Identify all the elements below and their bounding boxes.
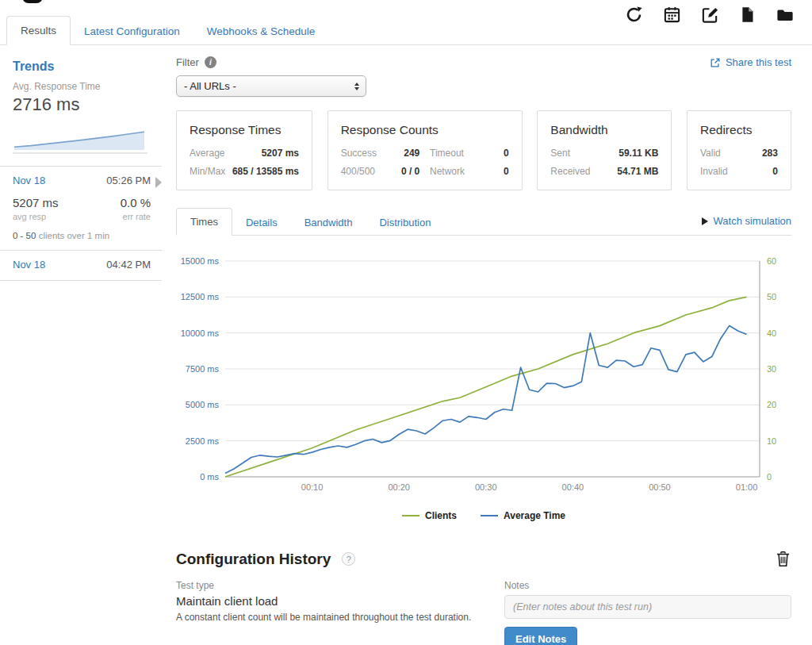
card-bandwidth: Bandwidth Sent 59.11 KB Received 54.71 M…: [537, 110, 672, 190]
svg-text:0: 0: [767, 472, 772, 482]
run-err-rate-caption: err rate: [121, 212, 151, 221]
card-title: Redirects: [700, 123, 778, 137]
edit-icon[interactable]: [701, 6, 719, 24]
card-title: Response Times: [190, 123, 299, 137]
stat-label: Received: [550, 166, 590, 177]
svg-text:50: 50: [767, 292, 776, 301]
run-clients-summary: 0 - 50 clients over 1 min: [13, 231, 151, 240]
url-filter-selected-value: - All URLs -: [184, 80, 236, 92]
refresh-icon[interactable]: [625, 6, 643, 24]
select-stepper-icon: [354, 83, 359, 90]
notes-input[interactable]: [504, 595, 791, 619]
stat-label: Average: [190, 148, 224, 159]
run-date: Nov 18: [13, 259, 45, 271]
stat-label: 400/500: [341, 166, 375, 177]
chart-legend: Clients Average Time: [176, 510, 791, 521]
svg-text:00:10: 00:10: [301, 482, 324, 492]
stat-label: Timeout: [430, 148, 464, 159]
stat-value: 0: [772, 166, 778, 177]
watch-simulation-link[interactable]: Watch simulation: [702, 215, 792, 227]
play-icon: [702, 217, 708, 225]
share-icon: [710, 57, 721, 68]
share-test-link[interactable]: Share this test: [710, 56, 791, 68]
chart-tab-times[interactable]: Times: [176, 208, 232, 236]
svg-text:00:50: 00:50: [649, 482, 671, 492]
legend-swatch-average-time: [481, 515, 498, 516]
svg-text:40: 40: [767, 328, 776, 338]
toolbar-icons: [625, 6, 795, 24]
run-date: Nov 18: [13, 175, 45, 186]
chart-tab-details[interactable]: Details: [232, 209, 291, 236]
url-filter-select[interactable]: - All URLs -: [176, 75, 366, 97]
run-err-rate-value: 0.0 %: [121, 196, 151, 209]
svg-text:10000 ms: 10000 ms: [181, 328, 220, 338]
stat-label: Valid: [700, 148, 721, 159]
stat-value: 59.11 KB: [619, 148, 658, 159]
run-time: 05:26 PM: [106, 175, 151, 186]
results-main: Filter Share this test - All URLs - Resp…: [162, 45, 812, 645]
tab-latest-configuration[interactable]: Latest Configuration: [71, 17, 193, 45]
card-title: Bandwidth: [550, 123, 658, 137]
run-time: 04:42 PM: [106, 259, 151, 271]
svg-text:20: 20: [767, 400, 776, 409]
card-response-counts: Response Counts Success 249 Timeout 0 40…: [327, 110, 523, 190]
test-type-label: Test type: [176, 580, 490, 591]
stat-value: 0: [504, 166, 509, 177]
svg-text:30: 30: [767, 364, 776, 374]
summary-cards: Response Times Average 5207 ms Min/Max 6…: [176, 110, 791, 190]
run-avg-resp-caption: avg resp: [13, 212, 59, 221]
stat-label: Sent: [550, 148, 570, 159]
run-entry[interactable]: Nov 18 04:42 PM: [0, 251, 162, 281]
tab-results[interactable]: Results: [6, 16, 71, 45]
document-icon[interactable]: [739, 6, 756, 24]
cropped-page-title-fragment: [22, 0, 43, 3]
trends-title: Trends: [13, 60, 151, 74]
stat-label: Invalid: [700, 166, 728, 177]
legend-swatch-clients: [402, 515, 419, 516]
filter-label: Filter: [176, 56, 216, 68]
chart-tab-bandwidth[interactable]: Bandwidth: [291, 209, 366, 236]
run-entry-selected[interactable]: Nov 18 05:26 PM 5207 ms avg resp 0.0 % e…: [0, 167, 162, 251]
chart-tab-distribution[interactable]: Distribution: [366, 209, 444, 236]
test-type-description: A constant client count will be maintain…: [176, 611, 485, 624]
svg-text:7500 ms: 7500 ms: [186, 364, 220, 374]
tab-webhooks-schedule[interactable]: Webhooks & Schedule: [193, 17, 328, 45]
notes-label: Notes: [504, 580, 791, 591]
stat-value: 5207 ms: [262, 148, 299, 159]
avg-response-time-label: Avg. Response Time: [13, 81, 151, 92]
response-time-chart: 0 ms2500 ms5000 ms7500 ms10000 ms12500 m…: [176, 242, 791, 504]
help-icon[interactable]: [342, 552, 355, 566]
card-title: Response Counts: [341, 123, 509, 137]
stat-label: Network: [430, 166, 465, 177]
stat-value: 283: [762, 148, 778, 159]
edit-notes-button[interactable]: Edit Notes: [504, 627, 577, 645]
stat-value: 54.71 MB: [617, 166, 658, 177]
stat-value: 0: [504, 148, 509, 159]
svg-text:0 ms: 0 ms: [200, 472, 219, 482]
svg-text:2500 ms: 2500 ms: [186, 436, 220, 446]
stat-value: 685 / 13585 ms: [232, 166, 299, 177]
svg-text:5000 ms: 5000 ms: [186, 400, 220, 409]
avg-response-time-value: 2716 ms: [13, 94, 151, 115]
stat-label: Min/Max: [190, 166, 225, 177]
svg-text:01:00: 01:00: [736, 482, 758, 492]
svg-text:60: 60: [767, 256, 776, 266]
card-redirects: Redirects Valid 283 Invalid 0: [687, 110, 791, 190]
stat-label: Success: [341, 148, 377, 159]
selected-run-arrow-icon: [155, 177, 162, 188]
svg-text:00:40: 00:40: [562, 482, 584, 492]
svg-text:00:20: 00:20: [388, 482, 410, 492]
top-navigation: Results Latest Configuration Webhooks & …: [0, 0, 812, 45]
legend-average-time: Average Time: [481, 510, 565, 521]
calendar-icon[interactable]: [663, 6, 681, 24]
filter-info-icon[interactable]: [205, 56, 216, 68]
svg-text:10: 10: [767, 436, 776, 446]
card-response-times: Response Times Average 5207 ms Min/Max 6…: [176, 110, 312, 190]
stat-value: 0 / 0: [401, 166, 419, 177]
folder-icon[interactable]: [776, 6, 795, 24]
main-tabs: Results Latest Configuration Webhooks & …: [6, 16, 328, 45]
test-type-value: Maintain client load: [176, 594, 490, 608]
chart-tabs: Times Details Bandwidth Distribution Wat…: [176, 208, 791, 236]
svg-text:00:30: 00:30: [475, 482, 497, 492]
trash-icon[interactable]: [775, 550, 791, 568]
